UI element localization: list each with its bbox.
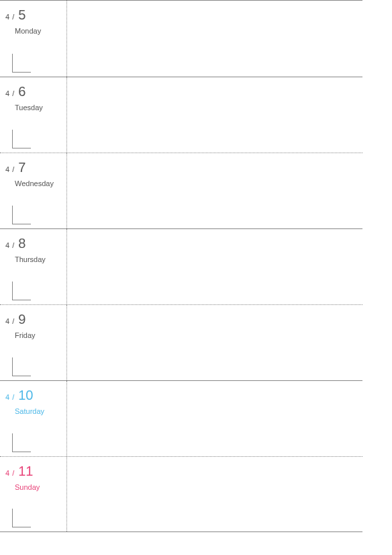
weekly-planner: 4 / 5 Monday 4 / 6 Tuesday 4 / 7 bbox=[0, 0, 362, 532]
day-name: Tuesday bbox=[15, 103, 61, 112]
day-row: 4 / 10 Saturday bbox=[0, 380, 362, 456]
month-number: 4 bbox=[5, 165, 9, 173]
day-row: 4 / 7 Wednesday bbox=[0, 153, 362, 228]
date-column: 4 / 9 Friday bbox=[0, 305, 67, 380]
day-name: Sunday bbox=[15, 483, 61, 491]
day-number: 11 bbox=[18, 464, 33, 479]
date-slash: / bbox=[12, 393, 14, 401]
day-number: 10 bbox=[18, 388, 33, 403]
entry-area[interactable] bbox=[67, 381, 362, 456]
date-column: 4 / 10 Saturday bbox=[0, 381, 67, 456]
entry-area[interactable] bbox=[67, 229, 362, 304]
date-column: 4 / 6 Tuesday bbox=[0, 77, 67, 153]
date-column: 4 / 11 Sunday bbox=[0, 457, 67, 531]
month-number: 4 bbox=[5, 393, 9, 401]
mini-box-icon bbox=[12, 357, 31, 376]
entry-area[interactable] bbox=[67, 305, 362, 380]
day-number: 5 bbox=[18, 7, 26, 23]
day-row: 4 / 9 Friday bbox=[0, 304, 362, 380]
date-line: 4 / 9 bbox=[5, 312, 61, 327]
date-slash: / bbox=[12, 241, 14, 249]
mini-box-icon bbox=[12, 54, 31, 73]
date-line: 4 / 6 bbox=[5, 84, 61, 99]
mini-box-icon bbox=[12, 433, 31, 452]
day-number: 8 bbox=[18, 236, 26, 251]
mini-box-icon bbox=[12, 206, 31, 224]
day-row: 4 / 11 Sunday bbox=[0, 456, 362, 532]
month-number: 4 bbox=[5, 89, 9, 97]
day-name: Friday bbox=[15, 331, 61, 339]
date-slash: / bbox=[12, 317, 14, 325]
date-line: 4 / 8 bbox=[5, 236, 61, 251]
entry-area[interactable] bbox=[67, 1, 362, 77]
day-name: Wednesday bbox=[15, 179, 61, 187]
date-column: 4 / 7 Wednesday bbox=[0, 153, 67, 228]
date-column: 4 / 5 Monday bbox=[0, 1, 67, 77]
date-line: 4 / 7 bbox=[5, 160, 61, 175]
date-line: 4 / 11 bbox=[5, 464, 61, 479]
day-number: 9 bbox=[18, 312, 26, 327]
day-number: 6 bbox=[18, 84, 26, 99]
day-row: 4 / 5 Monday bbox=[0, 1, 362, 77]
date-slash: / bbox=[12, 469, 14, 477]
date-slash: / bbox=[12, 13, 14, 21]
entry-area[interactable] bbox=[67, 153, 362, 228]
mini-box-icon bbox=[12, 509, 31, 527]
mini-box-icon bbox=[12, 130, 31, 148]
month-number: 4 bbox=[5, 469, 9, 477]
month-number: 4 bbox=[5, 13, 9, 21]
day-name: Monday bbox=[15, 27, 61, 35]
day-name: Thursday bbox=[15, 255, 61, 263]
month-number: 4 bbox=[5, 317, 9, 325]
date-line: 4 / 5 bbox=[5, 7, 61, 23]
day-number: 7 bbox=[18, 160, 26, 175]
date-slash: / bbox=[12, 165, 14, 173]
date-slash: / bbox=[12, 89, 14, 97]
entry-area[interactable] bbox=[67, 77, 362, 153]
day-row: 4 / 6 Tuesday bbox=[0, 77, 362, 153]
mini-box-icon bbox=[12, 282, 31, 300]
date-line: 4 / 10 bbox=[5, 388, 61, 403]
day-row: 4 / 8 Thursday bbox=[0, 228, 362, 304]
date-column: 4 / 8 Thursday bbox=[0, 229, 67, 304]
entry-area[interactable] bbox=[67, 457, 362, 531]
month-number: 4 bbox=[5, 241, 9, 249]
day-name: Saturday bbox=[15, 407, 61, 415]
